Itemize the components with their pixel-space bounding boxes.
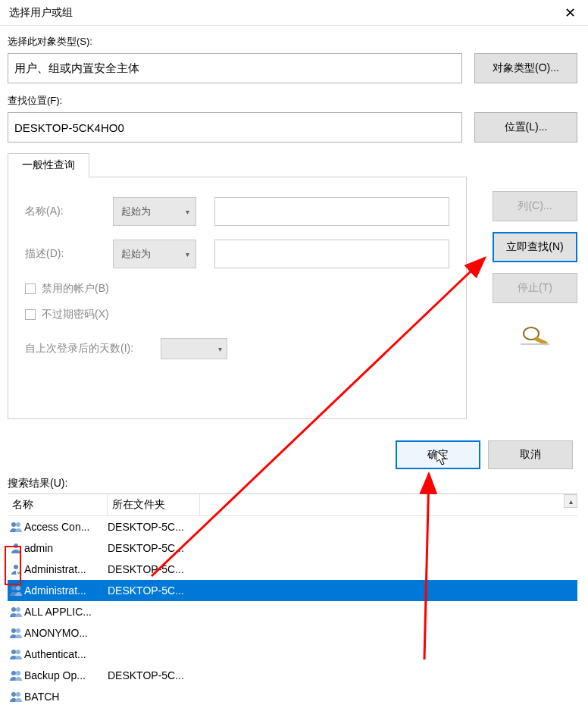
group-icon bbox=[8, 691, 24, 703]
name-label: 名称(A): bbox=[25, 205, 95, 218]
group-icon bbox=[8, 584, 24, 597]
table-row[interactable]: Administrat...DESKTOP-5C... bbox=[8, 580, 577, 601]
row-name: ANONYMO... bbox=[24, 627, 108, 639]
name-input[interactable] bbox=[214, 197, 449, 226]
row-name: Administrat... bbox=[24, 584, 108, 597]
ok-button[interactable]: 确定 bbox=[396, 440, 480, 469]
checkbox-icon bbox=[25, 284, 36, 294]
general-query-panel: 名称(A): 起始为 ▾ 描述(D): 起始为 ▾ bbox=[8, 177, 467, 419]
group-icon bbox=[8, 648, 24, 660]
row-folder: DESKTOP-5C... bbox=[108, 563, 200, 575]
results-header: 名称 所在文件夹 bbox=[8, 494, 577, 516]
table-row[interactable]: BATCH bbox=[8, 686, 577, 707]
desc-mode-combo[interactable]: 起始为 ▾ bbox=[113, 240, 196, 268]
days-since-login-label: 自上次登录后的天数(I): bbox=[25, 342, 133, 356]
svg-point-17 bbox=[11, 692, 16, 697]
column-name[interactable]: 名称 bbox=[8, 494, 108, 515]
object-type-field[interactable]: 用户、组或内置安全主体 bbox=[8, 53, 462, 83]
table-row[interactable]: ANONYMO... bbox=[8, 622, 577, 644]
table-row[interactable]: adminDESKTOP-5C... bbox=[8, 537, 577, 559]
search-results-label: 搜索结果(U): bbox=[8, 477, 577, 490]
row-folder: DESKTOP-5C... bbox=[108, 669, 200, 681]
svg-point-10 bbox=[16, 607, 20, 612]
row-name: Authenticat... bbox=[24, 648, 108, 660]
desc-label: 描述(D): bbox=[25, 247, 95, 261]
row-name: admin bbox=[24, 542, 108, 554]
svg-point-2 bbox=[11, 522, 16, 527]
table-row[interactable]: Access Con...DESKTOP-5C... bbox=[8, 516, 577, 537]
row-folder: DESKTOP-5C... bbox=[108, 542, 200, 554]
table-row[interactable]: Backup Op...DESKTOP-5C... bbox=[8, 665, 577, 686]
chevron-down-icon: ▾ bbox=[186, 208, 189, 216]
stop-button[interactable]: 停止(T) bbox=[493, 273, 577, 303]
svg-point-14 bbox=[16, 650, 20, 654]
svg-point-11 bbox=[11, 628, 16, 633]
chevron-down-icon: ▾ bbox=[186, 250, 189, 258]
svg-point-18 bbox=[16, 692, 20, 697]
table-row[interactable]: Authenticat... bbox=[8, 644, 577, 665]
search-icon bbox=[519, 324, 551, 347]
group-icon bbox=[8, 627, 24, 639]
scroll-up-button[interactable]: ▴ bbox=[564, 494, 577, 508]
svg-point-13 bbox=[11, 650, 16, 654]
row-name: Administrat... bbox=[24, 563, 108, 575]
tab-strip: 一般性查询 bbox=[8, 153, 467, 177]
svg-point-16 bbox=[16, 671, 20, 675]
checkbox-icon bbox=[25, 309, 36, 320]
svg-point-9 bbox=[11, 607, 16, 612]
object-type-value: 用户、组或内置安全主体 bbox=[14, 61, 139, 76]
row-name: BATCH bbox=[24, 691, 108, 703]
object-types-button[interactable]: 对象类型(O)... bbox=[474, 53, 577, 83]
days-since-login-combo[interactable]: ▾ bbox=[161, 338, 227, 359]
tab-general-query[interactable]: 一般性查询 bbox=[8, 153, 89, 177]
column-folder[interactable]: 所在文件夹 bbox=[108, 494, 200, 515]
table-row[interactable]: Administrat...DESKTOP-5C... bbox=[8, 559, 577, 580]
close-icon[interactable]: ✕ bbox=[558, 3, 582, 23]
group-icon bbox=[8, 669, 24, 681]
svg-point-7 bbox=[11, 586, 16, 591]
location-label: 查找位置(F): bbox=[8, 94, 577, 108]
cancel-button[interactable]: 取消 bbox=[488, 440, 573, 469]
disabled-accounts-checkbox[interactable]: 禁用的帐户(B) bbox=[25, 282, 449, 296]
results-table: 名称 所在文件夹 ▴ Access Con...DESKTOP-5C...adm… bbox=[8, 493, 577, 708]
svg-point-8 bbox=[16, 586, 20, 591]
row-folder: DESKTOP-5C... bbox=[108, 584, 200, 597]
svg-point-3 bbox=[16, 522, 20, 527]
row-folder: DESKTOP-5C... bbox=[108, 521, 200, 533]
columns-button[interactable]: 列(C)... bbox=[493, 191, 577, 221]
svg-point-15 bbox=[11, 671, 16, 675]
location-value: DESKTOP-5CK4HO0 bbox=[14, 121, 124, 134]
name-mode-combo[interactable]: 起始为 ▾ bbox=[113, 197, 196, 226]
table-row[interactable]: ALL APPLIC... bbox=[8, 601, 577, 622]
row-name: Access Con... bbox=[24, 521, 108, 533]
row-name: Backup Op... bbox=[24, 669, 108, 681]
dialog-title: 选择用户或组 bbox=[9, 6, 73, 20]
desc-input[interactable] bbox=[214, 240, 449, 268]
titlebar: 选择用户或组 ✕ bbox=[0, 0, 588, 26]
group-icon bbox=[8, 606, 24, 618]
locations-button[interactable]: 位置(L)... bbox=[474, 112, 577, 143]
non-expiring-password-checkbox[interactable]: 不过期密码(X) bbox=[25, 308, 449, 321]
location-field[interactable]: DESKTOP-5CK4HO0 bbox=[8, 112, 462, 143]
group-icon bbox=[8, 521, 24, 533]
find-now-button[interactable]: 立即查找(N) bbox=[493, 232, 577, 262]
svg-point-12 bbox=[16, 628, 20, 633]
chevron-down-icon: ▾ bbox=[218, 345, 222, 353]
object-type-label: 选择此对象类型(S): bbox=[8, 35, 577, 49]
row-name: ALL APPLIC... bbox=[24, 606, 108, 618]
